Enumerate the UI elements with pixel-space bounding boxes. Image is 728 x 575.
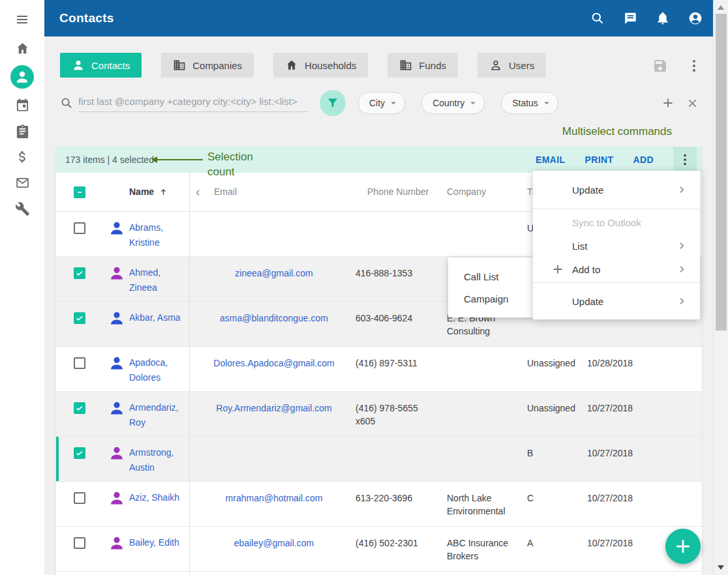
add-contact-fab[interactable]: [665, 529, 701, 564]
contact-name-link[interactable]: Armendariz, Roy: [129, 400, 189, 430]
chat-icon[interactable]: [623, 11, 637, 25]
contact-avatar-icon[interactable]: [108, 355, 125, 372]
search-input[interactable]: [78, 95, 308, 112]
menu-icon: [14, 12, 30, 27]
tab-households[interactable]: Households: [273, 53, 368, 78]
contact-avatar-icon[interactable]: [108, 265, 125, 282]
filter-chips: CityCountryStatus: [358, 92, 558, 114]
scroll-up-arrow-icon[interactable]: [718, 5, 724, 10]
add-button[interactable]: ADD: [633, 155, 654, 165]
contact-email[interactable]: mrahman@hotmail.com: [196, 492, 352, 505]
add-filter-icon[interactable]: [661, 96, 675, 110]
filter-chip-city[interactable]: City: [358, 92, 405, 114]
column-header-email[interactable]: Email: [214, 186, 237, 197]
multiselect-overflow-button[interactable]: [673, 147, 697, 173]
mail-icon: [15, 175, 30, 190]
row-checkbox[interactable]: [74, 222, 85, 234]
tab-companies[interactable]: Companies: [161, 53, 254, 78]
tab-label: Companies: [192, 60, 242, 71]
filter-button[interactable]: [320, 90, 346, 116]
row-checkbox[interactable]: [74, 267, 85, 279]
column-header-phone[interactable]: Phone Number: [367, 186, 429, 197]
menu-item-label: Update: [572, 296, 603, 307]
contact-email[interactable]: asma@blanditcongue.com: [196, 312, 352, 325]
tab-contacts[interactable]: Contacts: [60, 53, 142, 78]
sidebar-item-contacts[interactable]: [0, 65, 44, 89]
contact-name-link[interactable]: Aziz, Shaikh: [129, 490, 189, 505]
sort-ascending-icon: [159, 187, 168, 197]
print-button[interactable]: PRINT: [584, 155, 613, 165]
filter-chip-country[interactable]: Country: [421, 92, 485, 114]
vertical-scrollbar[interactable]: [713, 0, 728, 575]
filter-chip-status[interactable]: Status: [501, 92, 558, 114]
chevron-right-icon: [676, 241, 687, 251]
contact-name-link[interactable]: Abrams, Kristine: [129, 220, 189, 250]
sidebar-item-billing[interactable]: [0, 149, 44, 164]
contacts-icon: [10, 65, 34, 89]
contact-avatar-icon[interactable]: [108, 400, 125, 417]
select-all-checkbox[interactable]: [74, 186, 85, 198]
contact-avatar-icon[interactable]: [108, 220, 125, 237]
contact-email[interactable]: Dolores.Apadoca@gmail.com: [196, 357, 352, 370]
contact-name-link[interactable]: Apadoca, Dolores: [129, 355, 189, 385]
contact-phone: 613-220-3696: [356, 492, 432, 505]
menu-item-update[interactable]: Update: [533, 171, 700, 209]
scroll-down-arrow-icon[interactable]: [718, 565, 724, 570]
submenu-item-campaign[interactable]: Campaign: [448, 288, 533, 310]
tab-funds[interactable]: Funds: [387, 53, 458, 78]
contact-name-link[interactable]: Bailey, Edith: [129, 535, 189, 550]
selection-count-arrow: [151, 156, 204, 163]
contact-name-link[interactable]: Akbar, Asma: [129, 310, 189, 325]
row-checkbox[interactable]: [74, 357, 85, 369]
page-overflow-menu-button[interactable]: [686, 58, 702, 74]
column-header-company[interactable]: Company: [447, 186, 486, 197]
account-icon[interactable]: [688, 11, 703, 25]
sidebar-item-calendar[interactable]: [0, 98, 44, 113]
row-checkbox[interactable]: [74, 402, 85, 414]
table-row[interactable]: Armendariz, RoyRoy.Armendariz@gmail.com(…: [56, 392, 702, 437]
row-checkbox[interactable]: [74, 447, 85, 459]
save-icon[interactable]: [652, 58, 668, 74]
sidebar-item-mail[interactable]: [0, 175, 44, 190]
sidebar-item-tools[interactable]: [0, 201, 44, 216]
table-row[interactable]: Apadoca, DoloresDolores.Apadoca@gmail.co…: [56, 347, 702, 392]
clear-search-icon[interactable]: [686, 97, 699, 110]
contact-name-link[interactable]: Armstrong, Austin: [129, 445, 189, 475]
sidebar-item-home[interactable]: [0, 41, 44, 56]
contact-avatar-icon[interactable]: [108, 445, 125, 462]
menu-item-add-to[interactable]: Add to: [533, 256, 700, 282]
contact-avatar-icon[interactable]: [108, 310, 125, 327]
contact-phone: (416) 897-5311: [356, 357, 432, 370]
table-row[interactable]: Aziz, Shaikhmrahman@hotmail.com613-220-3…: [56, 482, 702, 527]
menu-item-list[interactable]: List: [533, 235, 700, 256]
menu-item-update[interactable]: Update: [533, 283, 700, 319]
contact-name-link[interactable]: Ahmed, Zineea: [129, 265, 189, 295]
submenu-item-call-list[interactable]: Call List: [448, 265, 533, 288]
search-icon[interactable]: [590, 11, 605, 25]
person-icon: [72, 59, 85, 72]
scrollbar-thumb[interactable]: [716, 14, 727, 331]
row-checkbox[interactable]: [74, 537, 85, 549]
tab-users[interactable]: Users: [478, 53, 546, 78]
contact-email[interactable]: ebailey@gmail.com: [196, 537, 352, 550]
collapse-column-icon[interactable]: [193, 188, 203, 198]
arrow-line: [157, 159, 203, 160]
table-row[interactable]: Armstrong, AustinB10/27/2018: [56, 437, 702, 482]
table-row[interactable]: Bailey, Edithebailey@gmail.com(416) 502-…: [56, 527, 702, 572]
row-checkbox[interactable]: [74, 312, 85, 324]
notifications-icon[interactable]: [656, 11, 670, 25]
contact-avatar-icon[interactable]: [108, 535, 125, 552]
home-icon: [15, 41, 30, 56]
sidebar-item-tasks[interactable]: [0, 124, 44, 139]
annotation-selection-count: Selection count: [207, 149, 279, 179]
contact-email[interactable]: Roy.Armendariz@gmail.com: [196, 402, 352, 415]
contact-phone: (416) 978-5655 x605: [356, 402, 432, 428]
contact-email[interactable]: zineea@gmail.com: [196, 267, 352, 280]
contact-avatar-icon[interactable]: [108, 490, 125, 507]
building-icon: [399, 59, 412, 72]
column-header-name[interactable]: Name: [129, 186, 168, 197]
email-button[interactable]: EMAIL: [536, 155, 566, 165]
row-checkbox[interactable]: [74, 492, 85, 504]
contact-company: North Lake Environmental: [447, 492, 521, 518]
sidebar-item-menu[interactable]: [0, 12, 44, 27]
